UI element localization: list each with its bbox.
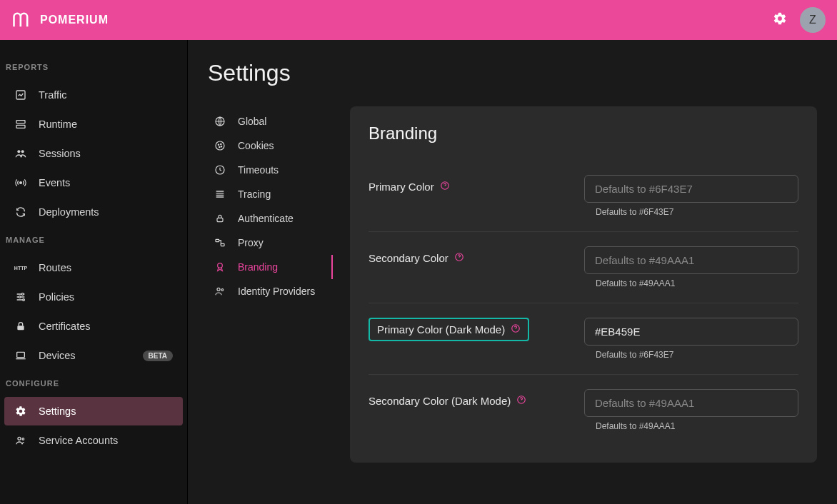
lock-icon [14, 320, 27, 333]
svg-rect-22 [221, 243, 224, 246]
sidebar-item-sessions[interactable]: Sessions [4, 139, 183, 168]
page-title: Settings [208, 60, 817, 86]
users-icon [14, 147, 27, 160]
svg-point-3 [17, 150, 20, 153]
subnav-cookies[interactable]: Cookies [208, 133, 333, 158]
sidebar-item-label: Policies [39, 291, 74, 303]
sidebar-item-settings[interactable]: Settings [4, 397, 183, 425]
svg-point-4 [21, 150, 24, 153]
svg-point-16 [221, 143, 221, 144]
sidebar-item-runtime[interactable]: Runtime [4, 110, 183, 138]
subnav-proxy[interactable]: Proxy [208, 231, 333, 255]
svg-point-15 [218, 144, 219, 145]
broadcast-icon [14, 176, 27, 189]
proxy-icon [214, 236, 226, 249]
svg-rect-2 [16, 125, 25, 128]
sidebar-item-label: Events [39, 177, 70, 188]
svg-point-25 [221, 289, 224, 291]
gear-icon[interactable] [773, 11, 787, 29]
subnav-label: Global [238, 116, 266, 127]
sliders-icon [14, 291, 27, 303]
avatar[interactable]: Z [800, 7, 826, 33]
help-icon[interactable] [440, 181, 450, 193]
lock-icon [214, 212, 226, 225]
sidebar-item-label: Deployments [39, 206, 99, 218]
subnav-label: Tracing [238, 188, 271, 200]
help-icon[interactable] [454, 252, 464, 264]
lines-icon [214, 188, 226, 201]
svg-point-23 [218, 263, 223, 268]
cookie-icon [214, 139, 226, 152]
brand: POMERIUM [11, 10, 109, 30]
row-primary-color-dark: Primary Color (Dark Mode) Defaults to #6… [369, 303, 798, 375]
help-icon[interactable] [511, 323, 521, 336]
row-primary-color: Primary Color Defaults to #6F43E7 [369, 161, 798, 232]
chart-icon [14, 89, 27, 101]
sidebar-item-routes[interactable]: HTTP Routes [4, 253, 183, 282]
subnav-authenticate[interactable]: Authenticate [208, 206, 333, 231]
subnav-tracing[interactable]: Tracing [208, 182, 333, 206]
row-secondary-color-dark: Secondary Color (Dark Mode) Defaults to … [369, 375, 798, 445]
sidebar-item-label: Runtime [39, 119, 77, 130]
subnav-label: Proxy [238, 237, 264, 248]
subnav-global[interactable]: Global [208, 109, 333, 133]
subnav-label: Cookies [238, 140, 274, 151]
svg-point-17 [219, 146, 220, 147]
row-secondary-color: Secondary Color Defaults to #49AAA1 [369, 232, 798, 303]
laptop-icon [14, 349, 27, 362]
svg-point-14 [216, 141, 224, 150]
sidebar-item-policies[interactable]: Policies [4, 283, 183, 311]
svg-point-18 [221, 146, 221, 147]
subnav-branding[interactable]: Branding [208, 255, 333, 279]
logo-icon [11, 10, 31, 30]
subnav-identity-providers[interactable]: Identity Providers [208, 279, 333, 303]
sidebar-item-service-accounts[interactable]: Service Accounts [4, 426, 183, 455]
subnav-label: Authenticate [238, 213, 294, 224]
clock-icon [214, 163, 226, 176]
field-label: Secondary Color (Dark Mode) [369, 395, 511, 407]
svg-point-5 [20, 182, 22, 184]
svg-rect-21 [216, 239, 219, 241]
field-label: Secondary Color [369, 252, 448, 264]
primary-color-dark-input[interactable] [584, 318, 798, 346]
secondary-color-dark-input[interactable] [584, 389, 798, 417]
sidebar-item-label: Traffic [39, 89, 66, 101]
gear-icon [14, 405, 27, 418]
svg-point-8 [23, 299, 25, 301]
help-icon[interactable] [516, 395, 526, 407]
svg-rect-20 [217, 218, 223, 221]
refresh-icon [14, 206, 27, 218]
sidebar: REPORTS Traffic Runtime Sessions Events … [0, 40, 188, 504]
main-content: Settings Global Cookies Timeouts Tracing… [188, 40, 837, 504]
sidebar-item-traffic[interactable]: Traffic [4, 81, 183, 109]
helper-text: Defaults to #49AAA1 [584, 278, 798, 288]
svg-point-6 [21, 293, 24, 296]
svg-rect-9 [17, 326, 24, 330]
primary-color-input[interactable] [584, 175, 798, 203]
sidebar-section-configure: CONFIGURE [0, 371, 187, 396]
sidebar-item-devices[interactable]: Devices BETA [4, 341, 183, 370]
secondary-color-input[interactable] [584, 246, 798, 274]
svg-rect-1 [16, 121, 25, 124]
sidebar-item-label: Devices [39, 350, 76, 361]
sidebar-item-certificates[interactable]: Certificates [4, 312, 183, 341]
field-label: Primary Color [369, 181, 434, 193]
svg-rect-10 [17, 352, 25, 357]
sidebar-item-deployments[interactable]: Deployments [4, 198, 183, 226]
helper-text: Defaults to #49AAA1 [584, 421, 798, 431]
subnav-timeouts[interactable]: Timeouts [208, 158, 333, 182]
subnav-label: Branding [238, 261, 278, 273]
beta-badge: BETA [143, 351, 173, 361]
svg-point-12 [22, 438, 24, 440]
brand-name: POMERIUM [40, 14, 109, 26]
subnav-label: Timeouts [238, 164, 279, 176]
top-bar: POMERIUM Z [0, 0, 837, 40]
sidebar-section-manage: MANAGE [0, 227, 187, 253]
panel-title: Branding [350, 106, 817, 161]
sidebar-item-events[interactable]: Events [4, 168, 183, 197]
http-icon: HTTP [14, 261, 27, 274]
svg-point-7 [19, 296, 21, 298]
branding-panel: Branding Primary Color Defaults to #6F43… [350, 106, 817, 463]
settings-subnav: Global Cookies Timeouts Tracing Authenti… [208, 106, 333, 303]
people-icon [14, 434, 27, 447]
